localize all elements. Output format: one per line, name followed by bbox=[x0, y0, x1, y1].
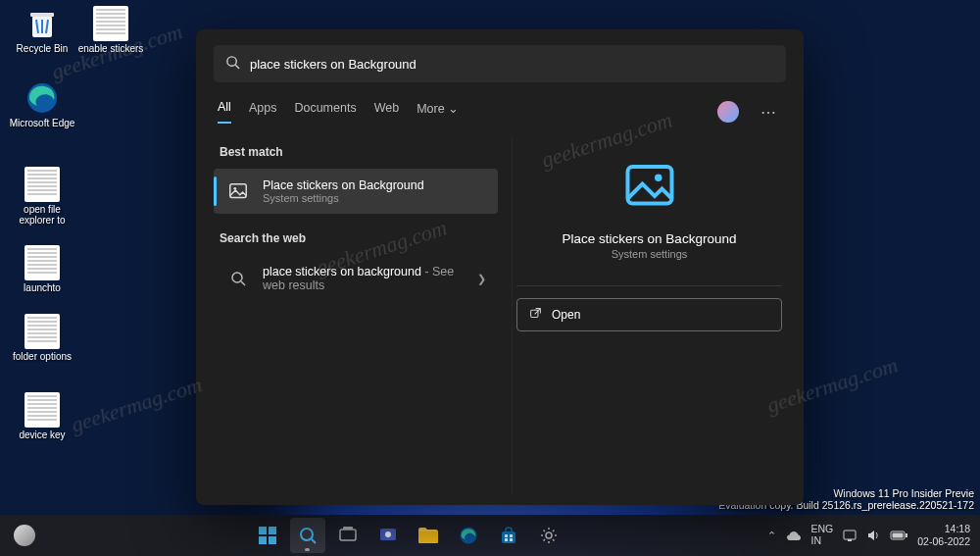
desktop-icon-label: launchto bbox=[24, 282, 61, 293]
taskbar: ⌃ ENGIN 14:1802-06-2022 bbox=[0, 515, 980, 556]
open-button[interactable]: Open bbox=[516, 298, 782, 331]
tab-web[interactable]: Web bbox=[374, 101, 399, 123]
svg-point-6 bbox=[233, 187, 236, 190]
picture-icon bbox=[225, 178, 251, 204]
search-box[interactable] bbox=[214, 45, 786, 82]
section-label-best-match: Best match bbox=[220, 145, 498, 159]
tab-apps[interactable]: Apps bbox=[249, 101, 277, 123]
file-explorer-button[interactable] bbox=[411, 518, 446, 553]
svg-rect-11 bbox=[531, 310, 538, 317]
file-icon bbox=[24, 314, 60, 349]
search-icon bbox=[225, 55, 240, 74]
store-button[interactable] bbox=[491, 518, 526, 553]
svg-rect-33 bbox=[906, 533, 907, 537]
edge-icon bbox=[24, 80, 60, 116]
svg-rect-18 bbox=[340, 530, 356, 540]
desktop-icon-label: device key bbox=[19, 430, 65, 440]
taskbar-pinned-apps bbox=[49, 518, 767, 553]
svg-line-4 bbox=[235, 65, 239, 69]
result-title: Place stickers on Background bbox=[263, 178, 486, 192]
file-icon bbox=[24, 392, 60, 428]
search-preview-column: Place stickers on Background System sett… bbox=[512, 137, 786, 495]
file-icon bbox=[93, 6, 128, 41]
tray-expand-icon[interactable]: ⌃ bbox=[767, 530, 776, 541]
desktop-icon-edge[interactable]: Microsoft Edge bbox=[8, 80, 76, 128]
onedrive-icon[interactable] bbox=[786, 530, 802, 541]
svg-rect-34 bbox=[893, 533, 904, 538]
section-label-web: Search the web bbox=[220, 231, 498, 245]
svg-line-17 bbox=[312, 539, 316, 543]
svg-rect-15 bbox=[269, 536, 276, 544]
preview-title: Place stickers on Background bbox=[563, 231, 737, 246]
preview-subtitle: System settings bbox=[612, 248, 688, 260]
task-view-button[interactable] bbox=[330, 518, 366, 553]
open-external-icon bbox=[529, 307, 542, 323]
svg-point-3 bbox=[227, 56, 236, 65]
svg-point-7 bbox=[232, 273, 242, 282]
svg-rect-9 bbox=[627, 167, 671, 204]
system-tray: ⌃ ENGIN 14:1802-06-2022 bbox=[767, 523, 980, 547]
tab-all[interactable]: All bbox=[218, 100, 231, 124]
desktop-icon-device-key[interactable]: device key bbox=[8, 392, 76, 440]
desktop-icon-enable-stickers[interactable]: enable stickers bbox=[76, 6, 145, 54]
desktop-icon-open-file-explorer[interactable]: open file explorer to bbox=[8, 167, 76, 226]
recycle-bin-icon bbox=[24, 6, 60, 41]
chevron-right-icon: ❯ bbox=[477, 273, 486, 285]
tab-more[interactable]: More ⌄ bbox=[416, 101, 459, 124]
desktop-icon-recycle-bin[interactable]: Recycle Bin bbox=[8, 6, 76, 54]
svg-rect-22 bbox=[418, 531, 438, 543]
volume-icon[interactable] bbox=[866, 529, 880, 542]
svg-rect-12 bbox=[259, 527, 267, 534]
svg-rect-5 bbox=[230, 184, 247, 198]
user-avatar[interactable] bbox=[717, 101, 739, 123]
watermark: geekermag.com bbox=[68, 372, 205, 438]
svg-rect-19 bbox=[343, 527, 353, 530]
svg-rect-1 bbox=[30, 13, 54, 17]
settings-button[interactable] bbox=[531, 518, 566, 553]
open-button-label: Open bbox=[552, 308, 580, 322]
clock[interactable]: 14:1802-06-2022 bbox=[917, 523, 970, 547]
edge-button[interactable] bbox=[451, 518, 486, 553]
search-panel: All Apps Documents Web More ⌄ ⋯ Best mat… bbox=[196, 29, 804, 505]
svg-rect-28 bbox=[510, 538, 513, 541]
svg-point-10 bbox=[655, 175, 662, 182]
desktop-icon-label: Microsoft Edge bbox=[10, 118, 75, 128]
search-filter-tabs: All Apps Documents Web More ⌄ ⋯ bbox=[214, 100, 786, 124]
file-icon bbox=[24, 245, 60, 280]
tab-documents[interactable]: Documents bbox=[294, 101, 356, 123]
divider bbox=[516, 285, 782, 286]
result-web-search[interactable]: place stickers on background - See web r… bbox=[214, 255, 498, 302]
desktop-icon-label: folder options bbox=[13, 351, 72, 362]
result-subtitle: System settings bbox=[263, 192, 486, 204]
desktop-icon-launchto[interactable]: launchto bbox=[8, 245, 76, 293]
svg-rect-30 bbox=[844, 531, 856, 539]
chevron-down-icon: ⌄ bbox=[448, 102, 459, 116]
svg-point-16 bbox=[301, 529, 313, 540]
svg-rect-24 bbox=[502, 531, 515, 543]
more-options-button[interactable]: ⋯ bbox=[757, 103, 782, 122]
svg-point-21 bbox=[385, 531, 391, 537]
result-best-match[interactable]: Place stickers on Background System sett… bbox=[214, 169, 498, 214]
result-title: place stickers on background - See web r… bbox=[263, 265, 466, 292]
start-button[interactable] bbox=[250, 518, 285, 553]
battery-icon[interactable] bbox=[890, 531, 907, 540]
search-results-column: Best match Place stickers on Background … bbox=[214, 137, 498, 495]
svg-rect-31 bbox=[848, 539, 852, 541]
search-button[interactable] bbox=[290, 518, 325, 553]
desktop-icon-label: open file explorer to bbox=[9, 204, 75, 226]
search-input[interactable] bbox=[250, 57, 774, 72]
svg-rect-25 bbox=[505, 534, 508, 537]
chat-button[interactable] bbox=[370, 518, 406, 553]
widgets-button[interactable] bbox=[14, 525, 35, 546]
desktop-icon-label: Recycle Bin bbox=[17, 43, 69, 54]
search-icon bbox=[225, 266, 251, 291]
desktop-icons-column: Recycle Bin bbox=[8, 6, 76, 54]
picture-icon-large bbox=[620, 157, 679, 216]
language-switcher[interactable]: ENGIN bbox=[811, 524, 834, 546]
desktop-icon-folder-options[interactable]: folder options bbox=[8, 314, 76, 362]
network-icon[interactable] bbox=[843, 529, 857, 542]
svg-rect-14 bbox=[259, 536, 267, 544]
desktop-icon-label: enable stickers bbox=[78, 43, 144, 54]
svg-point-29 bbox=[546, 532, 552, 538]
svg-line-8 bbox=[241, 281, 245, 285]
